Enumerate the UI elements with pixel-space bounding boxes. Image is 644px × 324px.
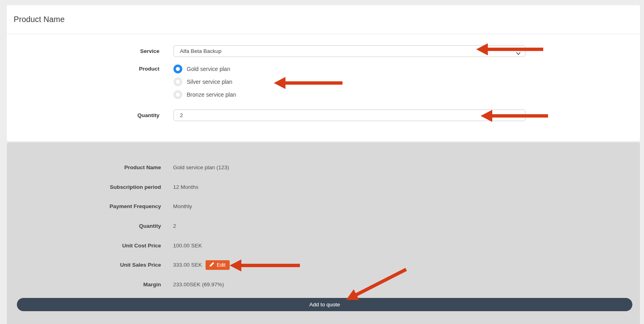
- service-label: Service: [7, 45, 159, 57]
- page-title: Product Name: [14, 15, 65, 24]
- product-form: Service Alfa Beta Backup Product Gold s: [7, 34, 640, 121]
- summary-label: Unit Cost Price: [7, 243, 161, 249]
- summary-value: 100.00 SEK: [173, 243, 202, 249]
- summary-value: 2: [173, 223, 176, 229]
- summary-value: 12 Months: [173, 184, 198, 190]
- summary-row-unit-sales-price: Unit Sales Price 333.00 SEK Edit: [7, 255, 640, 275]
- summary-label: Product Name: [7, 164, 161, 170]
- summary-row-subscription-period: Subscription period 12 Months: [7, 177, 640, 197]
- summary-row-payment-frequency: Payment Frequency Monthly: [7, 197, 640, 217]
- summary-value: 333.00 SEK Edit: [173, 260, 230, 270]
- quantity-label: Quantity: [7, 109, 159, 121]
- radio-option-bronze[interactable]: Bronze service plan: [173, 88, 526, 101]
- product-radio-group: Gold service plan Silver service plan Br…: [173, 63, 526, 101]
- edit-button-label: Edit: [217, 262, 226, 268]
- summary-row-unit-cost-price: Unit Cost Price 100.00 SEK: [7, 236, 640, 255]
- radio-label-silver: Silver service plan: [187, 79, 232, 85]
- summary-label: Subscription period: [7, 184, 161, 190]
- summary-label: Unit Sales Price: [7, 262, 161, 268]
- radio-button-bronze[interactable]: [173, 90, 182, 99]
- quantity-input[interactable]: [173, 109, 526, 121]
- radio-label-bronze: Bronze service plan: [187, 91, 236, 98]
- radio-option-silver[interactable]: Silver service plan: [173, 75, 526, 88]
- unit-sales-price-value: 333.00 SEK: [173, 262, 202, 268]
- add-to-quote-button[interactable]: Add to quote: [17, 298, 632, 311]
- radio-button-gold[interactable]: [173, 65, 182, 73]
- summary-label: Margin: [7, 281, 161, 288]
- summary-value: 233.00SEK (69.97%): [173, 281, 224, 288]
- product-card: Product Name Service Alfa Beta Backup Pr…: [7, 5, 640, 141]
- pencil-icon: [210, 262, 214, 268]
- radio-label-gold: Gold service plan: [187, 66, 230, 72]
- summary-row-quantity: Quantity 2: [7, 216, 640, 236]
- summary-label: Payment Frequency: [7, 203, 161, 209]
- card-header: Product Name: [7, 5, 640, 34]
- page: Product Name Service Alfa Beta Backup Pr…: [0, 0, 644, 324]
- summary-value: Gold service plan (123): [173, 164, 229, 170]
- radio-button-silver[interactable]: [173, 77, 182, 86]
- summary-panel: Product Name Gold service plan (123) Sub…: [7, 142, 640, 324]
- summary-value: Monthly: [173, 203, 192, 209]
- quantity-row: Quantity: [7, 109, 640, 121]
- service-select-value: Alfa Beta Backup: [180, 48, 222, 54]
- chevron-down-icon: [516, 50, 521, 57]
- summary-row-margin: Margin 233.00SEK (69.97%): [7, 275, 640, 294]
- service-select[interactable]: Alfa Beta Backup: [173, 45, 526, 57]
- product-row: Product Gold service plan Silver service…: [7, 63, 640, 101]
- summary-label: Quantity: [7, 223, 161, 229]
- edit-button[interactable]: Edit: [206, 260, 230, 270]
- product-label: Product: [7, 63, 159, 75]
- summary-row-product-name: Product Name Gold service plan (123): [7, 158, 640, 178]
- service-row: Service Alfa Beta Backup: [7, 45, 640, 57]
- radio-option-gold[interactable]: Gold service plan: [173, 63, 526, 75]
